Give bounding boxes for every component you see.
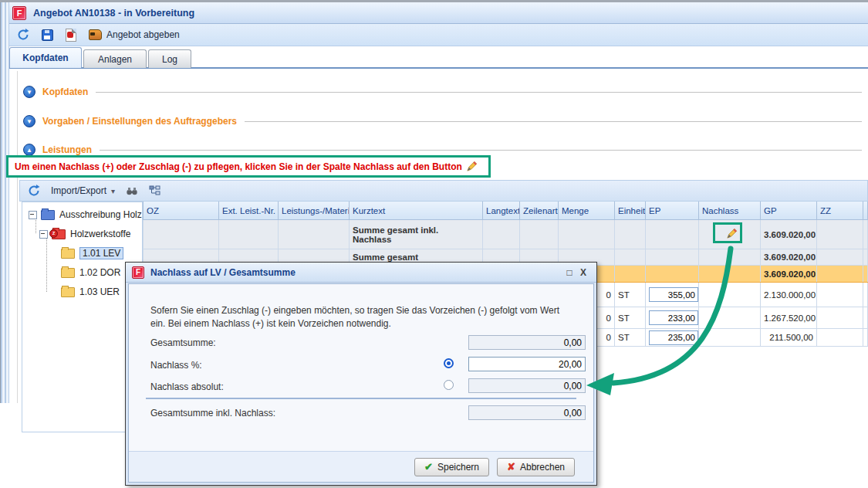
einheit-cell: ST — [615, 283, 646, 307]
gp-cell: 3.609.020,00 — [761, 249, 817, 266]
col-einheit[interactable]: Einheit — [615, 202, 646, 220]
ep-cell — [646, 307, 699, 329]
nachlass-prozent-label: Nachlass %: — [150, 360, 202, 371]
tree-item-102-dor[interactable]: 1.02 DOR — [61, 265, 120, 280]
col-langtext[interactable]: Langtext — [483, 202, 520, 220]
dialog-title-bar[interactable]: F Nachlass auf LV / Gesamtsumme □ X — [126, 263, 596, 283]
col-nachlass[interactable]: Nachlass — [699, 202, 761, 220]
cell — [817, 220, 863, 249]
save-button[interactable]: ✔ Speichern — [414, 458, 489, 476]
cell — [520, 220, 559, 249]
dialog-footer: ✔ Speichern ✘ Abbrechen — [129, 451, 593, 482]
pdf-export-icon[interactable] — [66, 29, 76, 42]
cell — [817, 249, 863, 266]
tree-item-label: 1.03 UER — [79, 286, 120, 297]
check-icon: ✔ — [424, 461, 433, 473]
collapse-down-icon[interactable]: ▼ — [23, 115, 35, 127]
title-bar: F Angebot AN10138 - in Vorbereitung — [0, 2, 868, 24]
cell — [615, 220, 646, 249]
submit-offer-label: Angebot abgeben — [106, 29, 180, 40]
gp-cell: 1.267.520,00 — [761, 307, 817, 329]
cell — [559, 220, 615, 249]
cancel-button[interactable]: ✘ Abbrechen — [497, 458, 575, 476]
col-oz[interactable]: OZ — [144, 202, 219, 220]
submit-icon — [89, 29, 102, 40]
col-ep[interactable]: EP — [646, 202, 699, 220]
tree-item-101-lev[interactable]: 1.01 LEV — [61, 246, 123, 261]
cell — [646, 266, 699, 283]
arrow-glyph: ▼ — [26, 89, 32, 96]
search-binoculars-icon[interactable] — [126, 185, 138, 197]
tree-item-holzwerkstoffe[interactable]: Z Holzwerkstoffe — [39, 226, 130, 242]
cell — [817, 307, 863, 329]
ep-input[interactable] — [649, 287, 698, 302]
collapse-down-icon[interactable]: ▼ — [23, 86, 35, 98]
cross-icon: ✘ — [507, 461, 515, 473]
import-export-label: Import/Export — [51, 185, 106, 196]
dialog-info-text: Sofern Sie einen Zuschlag (-) eingeben m… — [150, 304, 576, 330]
save-icon[interactable] — [42, 29, 53, 41]
window-title: Angebot AN10138 - in Vorbereitung — [33, 8, 194, 19]
tree-item-root[interactable]: Ausschreibung Holz — [29, 207, 142, 222]
col-gp[interactable]: GP — [761, 202, 817, 220]
refresh-icon[interactable] — [17, 29, 29, 41]
nachlass-edit-button[interactable] — [722, 228, 738, 242]
refresh-icon[interactable] — [28, 185, 40, 197]
tree-connector — [46, 236, 47, 292]
cell — [646, 220, 699, 249]
pencil-icon — [466, 161, 478, 172]
maximize-icon[interactable]: □ — [562, 267, 576, 278]
cell — [219, 220, 279, 249]
kurztext-line: Summe gesamt inkl. — [353, 225, 479, 235]
tab-kopfdaten[interactable]: Kopfdaten — [9, 47, 82, 68]
gp-cell: 3.609.020,00 — [761, 220, 817, 249]
cell — [817, 283, 863, 307]
col-kurztext[interactable]: Kurztext — [350, 202, 483, 220]
gesamtsumme-inkl-label: Gesamtsumme inkl. Nachlass: — [150, 408, 275, 419]
tree-item-103-uer[interactable]: 1.03 UER — [61, 284, 120, 300]
table-row-summe-inkl-nachlass[interactable]: Summe gesamt inkl. Nachlass 3.609.020,00 — [144, 220, 868, 249]
zip-badge: Z — [49, 229, 58, 238]
section-kopfdaten[interactable]: ▼ Kopfdaten — [23, 85, 862, 99]
collapse-up-icon[interactable]: ▲ — [23, 144, 35, 156]
nachlass-hint-text: Um einen Nachlass (+) oder Zuschlag (-) … — [15, 161, 462, 172]
close-icon[interactable]: X — [576, 267, 590, 278]
nachlass-absolut-input — [468, 378, 586, 393]
collapse-minus-icon[interactable] — [29, 211, 37, 219]
ep-input[interactable] — [649, 330, 698, 345]
folder-icon — [61, 249, 75, 259]
folder-icon — [41, 210, 55, 220]
tab-anlagen[interactable]: Anlagen — [83, 49, 147, 68]
import-export-menu[interactable]: Import/Export ▾ — [51, 185, 115, 196]
nachlass-absolut-radio[interactable] — [444, 380, 454, 390]
nachlass-prozent-radio[interactable] — [444, 358, 454, 368]
cell — [699, 266, 761, 283]
collapse-minus-icon[interactable] — [39, 230, 48, 239]
tree-item-label: Ausschreibung Holz — [59, 209, 142, 220]
tab-log[interactable]: Log — [148, 49, 191, 68]
section-kopfdaten-label: Kopfdaten — [42, 86, 88, 97]
submit-offer-button[interactable]: Angebot abgeben — [89, 29, 180, 40]
section-vorgaben[interactable]: ▼ Vorgaben / Einstellungen des Auftragge… — [23, 114, 862, 128]
col-zz[interactable]: ZZ — [817, 202, 863, 220]
cell — [817, 329, 863, 347]
tree-structure-icon[interactable] — [149, 185, 161, 197]
col-ext-leist-nr[interactable]: Ext. Leist.-Nr. — [219, 202, 279, 220]
cell — [615, 249, 646, 266]
app-logo-icon: F — [12, 6, 26, 20]
col-leistungs-material[interactable]: Leistungs-/Materia — [279, 202, 350, 220]
cell — [863, 220, 868, 249]
einheit-cell: ST — [615, 329, 646, 347]
ep-cell — [646, 329, 699, 347]
cell — [817, 266, 863, 283]
nachlass-prozent-input[interactable] — [468, 357, 586, 371]
gp-cell: 2.130.000,00 — [761, 283, 817, 307]
section-rule — [96, 92, 862, 93]
col-menge[interactable]: Menge — [559, 202, 615, 220]
gesamtsumme-label: Gesamtsumme: — [150, 337, 216, 348]
ep-input[interactable] — [649, 310, 698, 325]
cell — [646, 249, 699, 266]
col-zeilenart[interactable]: Zeilenart — [520, 202, 559, 220]
kurztext-cell: Summe gesamt inkl. Nachlass — [350, 220, 483, 249]
einheit-cell: ST — [615, 307, 646, 329]
